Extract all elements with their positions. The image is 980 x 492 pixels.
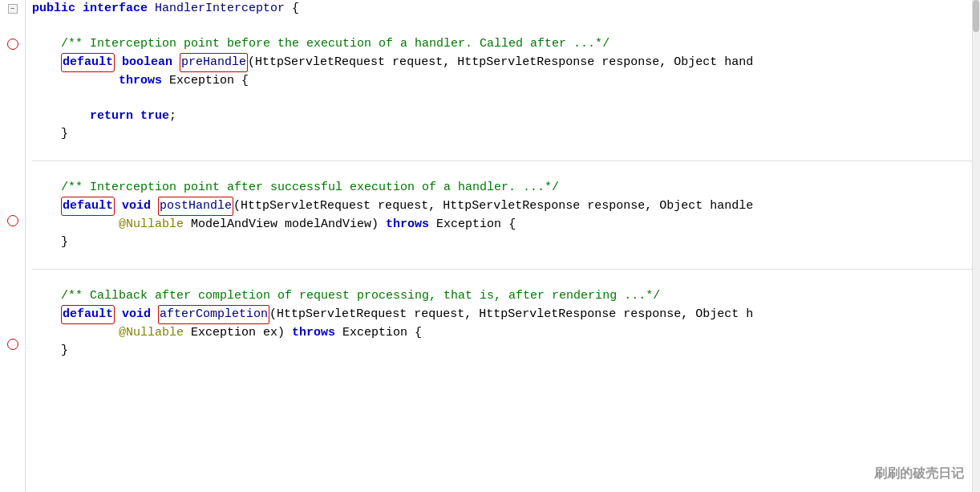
indent-ph [32,54,61,71]
token-params-1: (HttpServletRequest request, HttpServlet… [248,54,753,71]
indent-nullable-2 [32,324,119,342]
code-line-close-3: } [32,342,980,360]
token-aftercompletion: afterCompletion [158,305,269,324]
gutter-row-25 [0,424,25,441]
gutter-row-19 [0,318,25,335]
gutter-row-2 [0,18,25,35]
code-line-nullable-1: @Nullable ModelAndView modelAndView) thr… [32,216,980,234]
indent-c2 [32,179,61,197]
gutter-row-22 [0,371,25,388]
code-line-blank-2 [32,90,980,108]
indent-return [32,108,90,125]
token-nullable-1: @Nullable [119,216,184,234]
breakpoint-3[interactable] [7,339,18,350]
token-throws-1: throws [119,72,162,90]
gutter-row-14 [0,230,25,247]
token-void-1: void [122,197,151,215]
indent-close-1: } [32,125,68,143]
gutter-row-6 [0,88,25,106]
token-brace-open: { [285,0,299,18]
gutter-row-24 [0,406,25,424]
space-3 [115,197,122,215]
fold-icon-1[interactable]: − [8,4,18,14]
token-posthandle: postHandle [158,197,233,216]
space-6 [151,306,158,323]
token-default-3: default [61,305,115,324]
gutter-row-23 [0,388,25,406]
code-line-close-1: } [32,125,980,143]
token-prehandle: preHandle [180,53,248,72]
code-line-nullable-2: @Nullable Exception ex) throws Exception… [32,324,980,342]
gutter-row-17 [0,283,25,300]
gutter-row-20[interactable] [0,335,25,353]
indent-nullable-1 [32,216,119,234]
code-line-1: public interface HandlerInterceptor { [32,0,980,18]
scrollbar[interactable] [972,0,980,492]
gutter-row-21 [0,353,25,371]
breakpoint-2[interactable] [7,215,18,226]
watermark: 刷刷的破壳日记 [874,466,964,482]
token-nullable-2: @Nullable [119,324,184,342]
token-true: true [140,108,169,125]
token-throws-3: throws [292,324,335,342]
code-line-blank-1 [32,18,980,35]
code-line-blank-6 [32,270,980,287]
indent-ac [32,306,61,323]
gutter-row-7 [0,106,25,124]
token-exception-ex: Exception ex) [184,324,292,342]
space-1 [115,54,122,71]
gutter-row-13[interactable] [0,212,25,230]
gutter-row-15 [0,247,25,265]
gutter-row-18 [0,300,25,318]
gutter-row-12 [0,194,25,212]
token-exception-3: Exception { [335,324,422,342]
gutter-row-9 [0,141,25,159]
token-params-2: (HttpServletRequest request, HttpServlet… [233,197,753,215]
token-default-1: default [61,53,115,72]
token-exception-1: Exception { [162,72,249,90]
indent-c3 [32,287,61,305]
gutter-row-11 [0,177,25,194]
code-container: − [0,0,980,492]
space-2 [172,54,180,71]
gutter-row-10 [0,159,25,177]
indent-throws-1 [32,72,119,90]
indent-c1 [32,35,61,53]
token-handlerinterceptor: HandlerInterceptor [155,0,285,18]
code-line-blank-3 [32,143,980,161]
code-line-comment-3: /** Callback after completion of request… [32,287,980,305]
scrollbar-thumb[interactable] [973,0,979,32]
gutter-row-1[interactable]: − [0,0,25,18]
indent-close-2: } [32,234,68,251]
token-space-2 [148,0,155,18]
code-lines: public interface HandlerInterceptor { /*… [26,0,980,492]
token-public: public [32,0,75,18]
indent-post [32,197,61,215]
space-r [133,108,140,125]
gutter-row-16 [0,265,25,283]
code-line-blank-4 [32,161,980,179]
token-return: return [90,108,133,125]
breakpoint-1[interactable] [7,39,18,50]
code-line-throws-1: throws Exception { [32,72,980,90]
gutter-row-3[interactable] [0,35,25,53]
space-5 [115,306,122,323]
code-line-return: return true ; [32,108,980,125]
code-line-posthandle: default void postHandle (HttpServletRequ… [32,197,980,216]
token-default-2: default [61,197,115,216]
space-4 [151,197,158,215]
token-void-2: void [122,306,151,323]
token-params-3: (HttpServletRequest request, HttpServlet… [269,306,753,323]
gutter: − [0,0,26,492]
token-semicolon: ; [169,108,176,125]
gutter-row-26 [0,441,25,459]
gutter-row-4 [0,53,25,71]
token-space-1 [75,0,83,18]
code-line-comment-2: /** Interception point after successful … [32,179,980,197]
token-comment-3: /** Callback after completion of request… [61,287,660,305]
token-comment-2: /** Interception point after successful … [61,179,559,197]
code-line-blank-5 [32,251,980,269]
token-boolean: boolean [122,54,172,71]
code-line-aftercompletion: default void afterCompletion (HttpServle… [32,305,980,324]
code-line-comment-1: /** Interception point before the execut… [32,35,980,53]
